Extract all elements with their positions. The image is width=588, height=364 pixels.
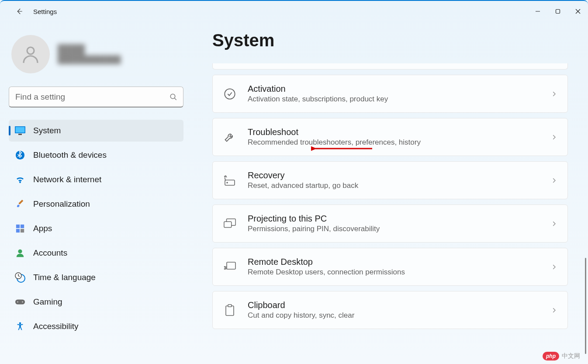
sidebar-item-system[interactable]: System: [9, 120, 183, 142]
chevron-right-icon: [551, 307, 557, 313]
nav-label: Bluetooth & devices: [33, 150, 107, 160]
svg-rect-27: [227, 262, 235, 269]
card-sub: Cut and copy history, sync, clear: [248, 311, 551, 320]
svg-line-6: [174, 98, 176, 100]
svg-point-15: [18, 250, 22, 253]
card-projecting[interactable]: Projecting to this PC Permissions, pairi…: [212, 205, 568, 243]
sidebar: ████ ████████████ System Bluetooth & dev…: [0, 22, 192, 364]
close-button[interactable]: [568, 3, 588, 20]
card-troubleshoot[interactable]: Troubleshoot Recommended troubleshooters…: [212, 118, 568, 156]
wifi-icon: [15, 174, 25, 185]
profile-block[interactable]: ████ ████████████: [11, 35, 183, 73]
card-title: Remote Desktop: [248, 257, 551, 267]
scrollbar[interactable]: [585, 258, 586, 354]
svg-rect-29: [228, 305, 232, 307]
svg-point-19: [17, 302, 18, 303]
search-wrapper: [9, 87, 183, 107]
chevron-right-icon: [551, 264, 557, 270]
svg-point-22: [225, 89, 235, 99]
card-title: Recovery: [248, 170, 551, 180]
profile-text: ████ ████████████: [58, 44, 121, 64]
sidebar-item-network[interactable]: Network & internet: [9, 169, 183, 191]
card-sub: Remote Desktop users, connection permiss…: [248, 268, 551, 277]
profile-name: ████: [58, 44, 121, 55]
nav-label: Network & internet: [33, 175, 101, 184]
nav-label: Time & language: [33, 273, 96, 282]
card-activation[interactable]: Activation Activation state, subscriptio…: [212, 75, 568, 113]
nav-label: System: [33, 126, 61, 135]
svg-point-20: [22, 302, 23, 303]
svg-rect-8: [16, 127, 25, 133]
recovery-icon: [223, 174, 236, 187]
svg-point-10: [16, 151, 24, 159]
remote-desktop-icon: [223, 260, 236, 274]
clock-globe-icon: [15, 272, 25, 283]
sidebar-item-personalization[interactable]: Personalization: [9, 193, 183, 215]
watermark-text: 中文网: [562, 352, 580, 360]
chevron-right-icon: [551, 134, 557, 140]
svg-rect-18: [15, 299, 25, 304]
wrench-icon: [223, 131, 236, 144]
maximize-button[interactable]: [548, 3, 568, 20]
card-sub: Activation state, subscriptions, product…: [248, 95, 551, 104]
avatar: [11, 35, 50, 73]
card-text: Recovery Reset, advanced startup, go bac…: [248, 170, 551, 190]
nav-label: Personalization: [33, 199, 90, 209]
person-icon: [15, 248, 25, 258]
profile-email: ████████████: [58, 55, 121, 64]
sidebar-item-apps[interactable]: Apps: [9, 218, 183, 239]
nav-label: Apps: [33, 224, 52, 233]
svg-rect-26: [224, 222, 232, 227]
card-list: Activation Activation state, subscriptio…: [212, 63, 568, 329]
apps-icon: [15, 223, 25, 234]
nav-label: Accounts: [33, 248, 67, 258]
titlebar: Settings: [0, 1, 588, 22]
svg-rect-9: [18, 134, 22, 135]
card-recovery[interactable]: Recovery Reset, advanced startup, go bac…: [212, 161, 568, 199]
card-clipboard[interactable]: Clipboard Cut and copy history, sync, cl…: [212, 291, 568, 329]
bluetooth-icon: [15, 150, 25, 160]
back-button[interactable]: [10, 3, 28, 20]
check-circle-icon: [223, 87, 236, 101]
card-sub: Recommended troubleshooters, preferences…: [248, 138, 551, 147]
arrow-left-icon: [15, 7, 23, 15]
app-title: Settings: [33, 8, 57, 15]
card-title: Activation: [248, 84, 551, 94]
watermark: php 中文网: [543, 352, 580, 361]
clipboard-icon: [223, 304, 236, 317]
svg-rect-1: [556, 10, 560, 14]
projecting-icon: [223, 217, 236, 230]
sidebar-item-gaming[interactable]: Gaming: [9, 291, 183, 313]
watermark-badge: php: [543, 352, 559, 361]
brush-icon: [15, 199, 25, 209]
svg-point-21: [19, 322, 21, 324]
svg-rect-13: [16, 229, 20, 232]
minimize-button[interactable]: [528, 3, 548, 20]
card-partial-top: [212, 63, 568, 69]
card-sub: Reset, advanced startup, go back: [248, 181, 551, 190]
search-input[interactable]: [9, 87, 183, 107]
main-content: System Activation Activation state, subs…: [192, 22, 588, 364]
accessibility-icon: [15, 321, 25, 332]
svg-point-4: [27, 47, 34, 54]
sidebar-item-accessibility[interactable]: Accessibility: [9, 315, 183, 337]
chevron-right-icon: [551, 91, 557, 97]
card-sub: Permissions, pairing PIN, discoverabilit…: [248, 225, 551, 233]
card-remote-desktop[interactable]: Remote Desktop Remote Desktop users, con…: [212, 248, 568, 286]
person-icon: [20, 44, 41, 65]
svg-rect-14: [21, 229, 24, 232]
sidebar-item-accounts[interactable]: Accounts: [9, 242, 183, 264]
card-text: Activation Activation state, subscriptio…: [248, 84, 551, 104]
svg-rect-11: [16, 225, 20, 228]
svg-rect-28: [226, 306, 234, 315]
svg-point-24: [227, 182, 228, 183]
search-icon: [169, 93, 177, 101]
sidebar-item-bluetooth[interactable]: Bluetooth & devices: [9, 144, 183, 166]
chevron-right-icon: [551, 177, 557, 184]
card-text: Projecting to this PC Permissions, pairi…: [248, 214, 551, 233]
display-icon: [15, 125, 25, 136]
nav-list: System Bluetooth & devices Network & int…: [9, 120, 183, 337]
card-title: Clipboard: [248, 300, 551, 310]
gamepad-icon: [15, 297, 25, 307]
sidebar-item-time-language[interactable]: Time & language: [9, 267, 183, 288]
